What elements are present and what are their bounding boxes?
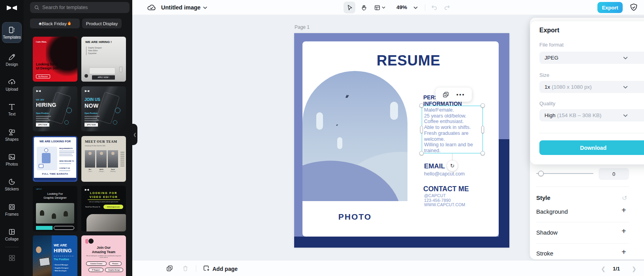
sidebar-item-photos[interactable]: Photos — [0, 151, 24, 168]
title-chevron-down-icon[interactable] — [203, 6, 207, 9]
poster-title[interactable]: RESUME — [302, 52, 499, 69]
document-title[interactable]: Untitled image — [161, 4, 201, 11]
person — [64, 211, 68, 216]
sidebar-item-collage[interactable]: Collage — [0, 226, 24, 243]
template-we-are-hiring-dark[interactable]: we are HIRING Open Position: APPLY NOW — [33, 86, 77, 131]
resize-handle-nw[interactable] — [419, 103, 424, 108]
template-subtitle: Open Position: — [36, 112, 49, 114]
zoom-chevron-down-icon[interactable] — [413, 6, 418, 9]
template-title: LOOKING FOR — [81, 192, 126, 194]
app-window: Templates Design Upload Text Shapes — [0, 0, 644, 276]
rotate-connector — [452, 153, 452, 161]
quality-select[interactable]: High (154 KB – 308 KB) — [539, 109, 644, 121]
text-line — [59, 155, 73, 156]
zoom-level[interactable]: 49% — [396, 4, 407, 10]
stroke-row-label[interactable]: Stroke — [536, 250, 553, 257]
phone — [119, 67, 122, 72]
template-video-editor[interactable]: LOOKING FOR VIDEO EDITOR Join us in work… — [81, 186, 126, 231]
resize-handle-ne[interactable] — [481, 103, 485, 108]
text-line — [36, 118, 49, 119]
rail-divider — [5, 247, 19, 247]
contact-details[interactable]: @CAPCUT 123-456-7890 WWW.CAPCUT.COM — [424, 194, 465, 207]
search-input[interactable] — [42, 5, 121, 10]
email-value[interactable]: hello@capcut.com — [424, 171, 465, 177]
sidebar-item-label: Frames — [5, 212, 19, 216]
rotate-handle[interactable]: ↻ — [447, 160, 458, 171]
apps-icon[interactable] — [8, 254, 16, 262]
templates-panel: ♣Black Friday Product Display I am Alex.… — [24, 0, 132, 276]
poster-navy-band — [294, 237, 509, 248]
add-page-label[interactable]: Add page — [212, 266, 238, 272]
chip-product-display[interactable]: Product Display — [82, 19, 122, 28]
export-button[interactable]: Export — [597, 2, 623, 13]
opacity-slider-track[interactable] — [536, 173, 593, 174]
template-amazing-team[interactable]: Join Our Amazing Team We are looking for… — [81, 235, 126, 276]
text-line — [120, 164, 124, 164]
photo-placeholder-label[interactable]: PHOTO — [302, 212, 407, 222]
member-head — [111, 152, 115, 155]
template-title: Looking for A UI Design Job. — [36, 63, 59, 71]
template-roles: • General Manager • Graphic Designer • W… — [54, 263, 69, 272]
member-role: ( Marketing ) — [108, 171, 118, 172]
template-join-us-now[interactable]: JOIN US NOW Open Position: APPLY NOW — [81, 86, 126, 131]
undo-icon[interactable] — [430, 4, 438, 11]
download-button[interactable]: Download — [539, 140, 644, 155]
text-line — [120, 162, 124, 162]
duplicate-page-icon[interactable] — [166, 265, 173, 272]
text-line — [59, 170, 70, 171]
redo-icon[interactable] — [443, 4, 451, 11]
shield-check-icon[interactable] — [629, 3, 638, 12]
panel-collapse-handle[interactable]: ❮ — [132, 124, 137, 145]
resize-handle-se[interactable] — [481, 151, 485, 155]
template-ui-design-job[interactable]: I am Alex. Looking for A UI Design Job. … — [33, 37, 77, 82]
next-page-icon[interactable]: ❯ — [632, 266, 636, 272]
size-select[interactable]: 1x (1080 x 1080 px) — [539, 81, 644, 93]
capcut-logo[interactable] — [6, 4, 18, 12]
sidebar-item-label: Templates — [3, 35, 21, 39]
sidebar-item-upload[interactable]: Upload — [0, 76, 24, 93]
layout-icon — [374, 4, 381, 11]
template-hiring-keyboard[interactable]: WE ARE HIRING ! Graphic Designer Video E… — [81, 37, 126, 82]
duplicate-icon[interactable] — [442, 91, 449, 98]
sidebar-item-stickers[interactable]: Stickers — [0, 176, 24, 193]
arch-illustration[interactable] — [302, 71, 407, 201]
logo-shape — [85, 239, 88, 244]
add-stroke-button[interactable]: + — [621, 248, 626, 257]
template-cta: APPLY NOW ! — [92, 75, 115, 80]
contact-heading[interactable]: CONTACT ME — [423, 185, 469, 193]
file-format-select[interactable]: JPEG — [539, 52, 644, 64]
shadow-row-label[interactable]: Shadow — [536, 229, 558, 236]
layout-tool-button[interactable] — [372, 2, 387, 13]
sidebar-item-label: Photos — [6, 162, 18, 166]
add-background-button[interactable]: + — [621, 206, 626, 215]
resize-handle-w[interactable] — [420, 126, 423, 133]
size-detail: (1080 x 1080 px) — [552, 84, 591, 90]
more-options-icon[interactable]: ●●● — [456, 93, 465, 97]
email-heading[interactable]: EMAIL — [424, 162, 445, 170]
style-reset-icon[interactable]: ↺ — [622, 194, 627, 202]
sidebar-item-templates[interactable]: Templates — [2, 22, 22, 43]
template-search[interactable] — [30, 2, 130, 13]
select-tool-button[interactable] — [344, 2, 355, 13]
template-graphic-designer[interactable]: CAPCUT Looking For Graphic Designer — [33, 186, 77, 231]
chat-bubble — [113, 120, 117, 125]
background-row-label[interactable]: Background — [536, 208, 568, 215]
sidebar-item-frames[interactable]: Frames — [0, 201, 24, 218]
resize-handle-sw[interactable] — [419, 151, 424, 155]
resize-handle-e[interactable] — [481, 126, 484, 133]
chip-black-friday[interactable]: ♣Black Friday — [30, 19, 80, 28]
sidebar-item-shapes[interactable]: Shapes — [0, 126, 24, 144]
opacity-value-field[interactable]: 0 — [599, 168, 629, 180]
selection-box[interactable] — [422, 106, 483, 153]
sidebar-item-design[interactable]: Design — [0, 51, 24, 69]
add-page-icon[interactable] — [203, 265, 210, 272]
template-meet-our-team[interactable]: MEET OUR TEAM Introducing The New Team F… — [81, 136, 126, 182]
template-hiring-position[interactable]: WE ARE HIRING The Position • General Man… — [33, 235, 77, 276]
hand-tool-button[interactable] — [358, 2, 370, 13]
opacity-slider-thumb[interactable] — [538, 171, 544, 176]
delete-page-icon[interactable] — [182, 265, 189, 272]
add-shadow-button[interactable]: + — [621, 227, 626, 236]
sidebar-item-text[interactable]: Text — [0, 101, 24, 118]
prev-page-icon[interactable]: ❮ — [601, 266, 606, 272]
template-barista[interactable]: WE ARE LOOKING FOR REQUIREMENTS SEND RES… — [33, 136, 77, 182]
